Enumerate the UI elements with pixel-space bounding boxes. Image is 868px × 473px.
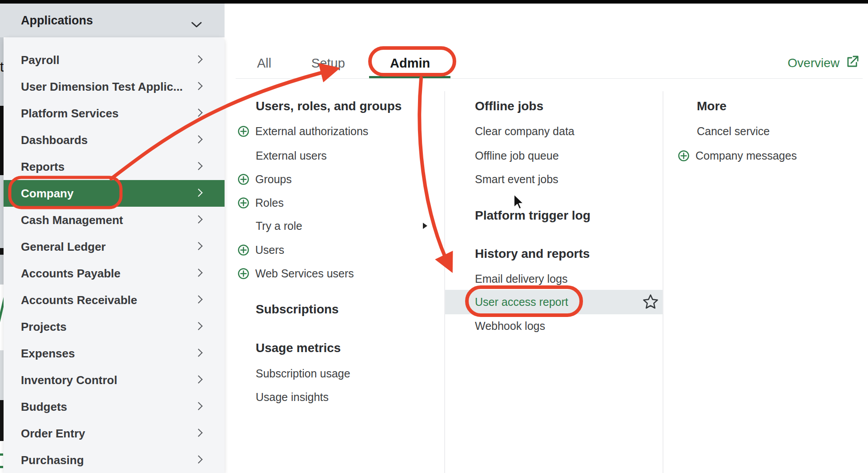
sidebar-item-label: Reports: [21, 160, 64, 174]
menu-item-label: Webhook logs: [475, 319, 545, 333]
chevron-right-icon: [194, 162, 202, 170]
menu-item-label: Cancel service: [697, 124, 770, 138]
applications-menu-title: Applications: [21, 14, 93, 28]
menu-item-offline-job-queue[interactable]: Offline job queue: [475, 149, 559, 162]
sidebar-item-label: Accounts Receivable: [21, 293, 137, 307]
menu-item-clear-company-data[interactable]: Clear company data: [475, 124, 575, 138]
menu-item-groups[interactable]: Groups: [237, 172, 292, 186]
chevron-right-icon: [194, 242, 202, 250]
menu-item-user-access-report[interactable]: User access report: [475, 295, 568, 309]
sidebar-item-label: Company: [21, 187, 73, 200]
sidebar-item-accounts-receivable[interactable]: Accounts Receivable: [4, 287, 225, 313]
menu-item-webhook-logs[interactable]: Webhook logs: [475, 319, 545, 333]
section-title-subscriptions[interactable]: Subscriptions: [256, 302, 339, 317]
menu-item-roles[interactable]: Roles: [237, 196, 284, 209]
screen-top-edge: [0, 0, 868, 4]
background-text-fragment: t: [0, 60, 4, 76]
sidebar-item-general-ledger[interactable]: General Ledger: [4, 233, 225, 260]
sidebar-item-inventory-control[interactable]: Inventory Control: [4, 367, 225, 393]
menu-item-label: Email delivery logs: [475, 272, 567, 285]
background-page-fragment: [0, 400, 4, 441]
circle-plus-icon: [237, 197, 249, 209]
menu-item-external-users[interactable]: External users: [256, 149, 327, 162]
chevron-right-icon: [194, 188, 202, 196]
sidebar-item-label: Accounts Payable: [21, 267, 121, 281]
menu-item-label: Clear company data: [475, 124, 575, 138]
circle-plus-icon: [678, 150, 690, 162]
sidebar-item-label: Inventory Control: [21, 373, 117, 387]
section-title-more: More: [697, 99, 727, 114]
sidebar-item-label: Payroll: [21, 53, 60, 67]
section-title-users-roles-groups: Users, roles, and groups: [256, 99, 402, 114]
menu-item-external-authorizations[interactable]: External authorizations: [237, 124, 368, 138]
circle-plus-icon: [237, 244, 249, 256]
menu-item-cancel-service[interactable]: Cancel service: [697, 124, 770, 138]
chevron-right-icon: [194, 375, 202, 383]
menu-item-try-a-role[interactable]: Try a role: [256, 219, 302, 232]
sidebar-item-platform-services[interactable]: Platform Services: [4, 100, 225, 127]
overview-link[interactable]: Overview: [788, 55, 860, 72]
chevron-right-icon: [194, 269, 202, 277]
background-page-fragment: [0, 248, 4, 255]
menu-item-users[interactable]: Users: [237, 243, 284, 257]
sidebar-item-projects[interactable]: Projects: [4, 313, 225, 340]
sidebar-item-cash-management[interactable]: Cash Management: [4, 207, 225, 233]
sidebar-item-label: User Dimension Test Applic...: [21, 80, 183, 94]
column-divider: [663, 91, 663, 473]
menu-item-label: User access report: [475, 295, 568, 309]
menu-item-subscription-usage[interactable]: Subscription usage: [256, 367, 350, 380]
sidebar-item-label: Projects: [21, 320, 67, 334]
sidebar-item-dashboards[interactable]: Dashboards: [4, 127, 225, 153]
chevron-right-icon: [194, 295, 202, 303]
menu-item-usage-insights[interactable]: Usage insights: [256, 390, 329, 404]
menu-item-web-services-users[interactable]: Web Services users: [237, 267, 354, 280]
menu-item-label: Groups: [255, 172, 292, 186]
chevron-right-icon: [194, 402, 202, 410]
tab-setup[interactable]: Setup: [311, 55, 345, 71]
sidebar-item-accounts-payable[interactable]: Accounts Payable: [4, 260, 225, 287]
sidebar-item-label: Platform Services: [21, 107, 119, 120]
menu-item-label: Web Services users: [255, 267, 354, 280]
tab-all[interactable]: All: [257, 55, 271, 71]
chevron-right-icon: [194, 322, 202, 330]
chevron-down-icon: [191, 18, 202, 32]
sidebar-item-label: Expenses: [21, 347, 75, 361]
chevron-right-icon: [194, 82, 202, 90]
sidebar-item-order-entry[interactable]: Order Entry: [4, 420, 225, 447]
admin-menu-screen: { "app_menu": { "title": "Applications" …: [0, 0, 868, 473]
chevron-right-icon: [194, 108, 202, 116]
menu-item-label: Subscription usage: [256, 367, 350, 380]
background-page-fragment: [0, 106, 4, 175]
chevron-right-icon: [194, 135, 202, 143]
sidebar-item-user-dimension-test-application[interactable]: User Dimension Test Applic...: [4, 73, 225, 100]
sidebar-item-reports[interactable]: Reports: [4, 153, 225, 180]
menu-item-label: Offline job queue: [475, 149, 559, 162]
menu-item-smart-event-jobs[interactable]: Smart event jobs: [475, 172, 559, 186]
tabs-divider: [236, 78, 863, 79]
background-page-fragment: [0, 453, 3, 456]
external-link-icon: [846, 55, 860, 72]
menu-item-company-messages[interactable]: Company messages: [678, 149, 797, 162]
sidebar-item-purchasing[interactable]: Purchasing: [4, 447, 225, 473]
section-title-platform-trigger-log[interactable]: Platform trigger log: [475, 208, 591, 223]
circle-plus-icon: [237, 268, 249, 280]
sidebar-item-label: Cash Management: [21, 213, 123, 227]
sidebar-item-payroll[interactable]: Payroll: [4, 47, 225, 73]
favorite-star-icon[interactable]: [642, 293, 659, 312]
menu-item-label: Usage insights: [256, 390, 329, 404]
applications-menu-header[interactable]: Applications: [0, 4, 225, 37]
sidebar-item-label: General Ledger: [21, 240, 106, 254]
tab-admin[interactable]: Admin: [390, 55, 430, 71]
sidebar-item-label: Purchasing: [21, 453, 84, 467]
menu-item-label: Company messages: [695, 149, 797, 162]
sidebar-item-budgets[interactable]: Budgets: [4, 393, 225, 420]
menu-item-label: Try a role: [256, 219, 302, 232]
menu-item-label: External users: [256, 149, 327, 162]
menu-item-email-delivery-logs[interactable]: Email delivery logs: [475, 272, 567, 285]
menu-item-label: External authorizations: [255, 124, 368, 138]
sidebar-item-expenses[interactable]: Expenses: [4, 340, 225, 367]
submenu-arrow-icon: [423, 223, 427, 229]
circle-plus-icon: [237, 125, 249, 137]
section-title-history-and-reports: History and reports: [475, 246, 590, 261]
sidebar-item-company[interactable]: Company: [4, 180, 225, 207]
